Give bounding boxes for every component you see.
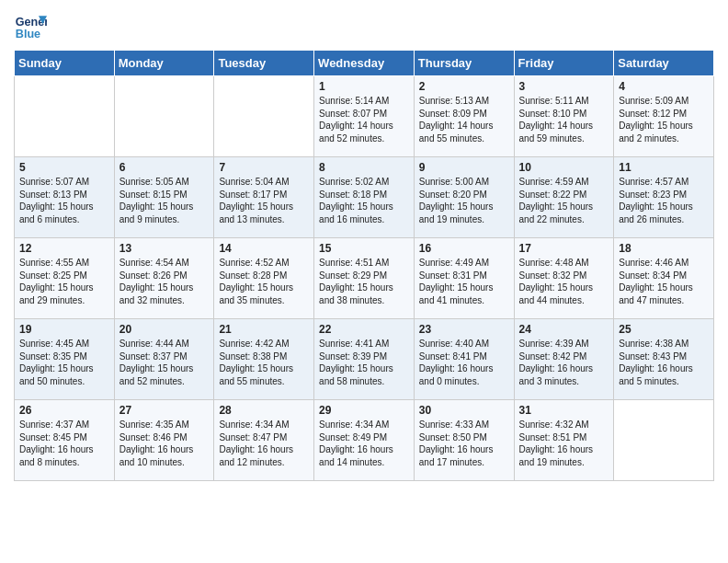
day-number: 19 <box>19 323 109 336</box>
week-row-2: 5Sunrise: 5:07 AM Sunset: 8:13 PM Daylig… <box>15 157 714 238</box>
calendar-cell-3-2: 13Sunrise: 4:54 AM Sunset: 8:26 PM Dayli… <box>114 238 214 319</box>
col-header-tuesday: Tuesday <box>214 51 314 76</box>
calendar-cell-5-3: 28Sunrise: 4:34 AM Sunset: 8:47 PM Dayli… <box>214 400 314 481</box>
day-number: 20 <box>119 323 210 336</box>
day-info: Sunrise: 4:46 AM Sunset: 8:34 PM Dayligh… <box>619 257 709 306</box>
day-number: 24 <box>519 323 609 336</box>
calendar-cell-3-5: 16Sunrise: 4:49 AM Sunset: 8:31 PM Dayli… <box>414 238 514 319</box>
calendar-cell-1-7: 4Sunrise: 5:09 AM Sunset: 8:12 PM Daylig… <box>614 76 714 157</box>
day-info: Sunrise: 4:42 AM Sunset: 8:38 PM Dayligh… <box>219 338 309 387</box>
day-number: 18 <box>619 242 709 255</box>
day-number: 28 <box>219 404 309 417</box>
day-number: 22 <box>319 323 409 336</box>
calendar-cell-5-6: 31Sunrise: 4:32 AM Sunset: 8:51 PM Dayli… <box>514 400 614 481</box>
day-info: Sunrise: 4:34 AM Sunset: 8:49 PM Dayligh… <box>319 419 409 468</box>
calendar-cell-1-2 <box>114 76 214 157</box>
page-header: General Blue <box>14 9 714 42</box>
calendar-cell-1-6: 3Sunrise: 5:11 AM Sunset: 8:10 PM Daylig… <box>514 76 614 157</box>
day-number: 11 <box>619 161 709 174</box>
calendar-cell-2-1: 5Sunrise: 5:07 AM Sunset: 8:13 PM Daylig… <box>15 157 115 238</box>
day-number: 17 <box>519 242 609 255</box>
day-info: Sunrise: 4:55 AM Sunset: 8:25 PM Dayligh… <box>19 257 109 306</box>
day-number: 6 <box>119 161 210 174</box>
day-number: 29 <box>319 404 409 417</box>
day-info: Sunrise: 4:57 AM Sunset: 8:23 PM Dayligh… <box>619 176 709 225</box>
calendar-cell-3-7: 18Sunrise: 4:46 AM Sunset: 8:34 PM Dayli… <box>614 238 714 319</box>
day-info: Sunrise: 5:02 AM Sunset: 8:18 PM Dayligh… <box>319 176 409 225</box>
day-number: 21 <box>219 323 309 336</box>
calendar-cell-2-3: 7Sunrise: 5:04 AM Sunset: 8:17 PM Daylig… <box>214 157 314 238</box>
day-number: 23 <box>419 323 509 336</box>
calendar-cell-4-6: 24Sunrise: 4:39 AM Sunset: 8:42 PM Dayli… <box>514 319 614 400</box>
calendar-cell-2-7: 11Sunrise: 4:57 AM Sunset: 8:23 PM Dayli… <box>614 157 714 238</box>
calendar-cell-3-6: 17Sunrise: 4:48 AM Sunset: 8:32 PM Dayli… <box>514 238 614 319</box>
calendar-cell-4-1: 19Sunrise: 4:45 AM Sunset: 8:35 PM Dayli… <box>15 319 115 400</box>
calendar-cell-4-3: 21Sunrise: 4:42 AM Sunset: 8:38 PM Dayli… <box>214 319 314 400</box>
week-row-4: 19Sunrise: 4:45 AM Sunset: 8:35 PM Dayli… <box>15 319 714 400</box>
day-info: Sunrise: 4:49 AM Sunset: 8:31 PM Dayligh… <box>419 257 509 306</box>
day-number: 27 <box>119 404 210 417</box>
day-info: Sunrise: 5:11 AM Sunset: 8:10 PM Dayligh… <box>519 95 609 144</box>
day-info: Sunrise: 4:35 AM Sunset: 8:46 PM Dayligh… <box>119 419 210 468</box>
day-number: 7 <box>219 161 309 174</box>
day-number: 2 <box>419 80 509 93</box>
calendar-cell-3-1: 12Sunrise: 4:55 AM Sunset: 8:25 PM Dayli… <box>15 238 115 319</box>
day-info: Sunrise: 5:07 AM Sunset: 8:13 PM Dayligh… <box>19 176 109 225</box>
calendar-cell-5-1: 26Sunrise: 4:37 AM Sunset: 8:45 PM Dayli… <box>15 400 115 481</box>
calendar-cell-1-5: 2Sunrise: 5:13 AM Sunset: 8:09 PM Daylig… <box>414 76 514 157</box>
calendar-cell-5-2: 27Sunrise: 4:35 AM Sunset: 8:46 PM Dayli… <box>114 400 214 481</box>
day-info: Sunrise: 5:05 AM Sunset: 8:15 PM Dayligh… <box>119 176 210 225</box>
day-info: Sunrise: 4:59 AM Sunset: 8:22 PM Dayligh… <box>519 176 609 225</box>
calendar-cell-1-1 <box>15 76 115 157</box>
calendar-cell-2-5: 9Sunrise: 5:00 AM Sunset: 8:20 PM Daylig… <box>414 157 514 238</box>
day-info: Sunrise: 4:45 AM Sunset: 8:35 PM Dayligh… <box>19 338 109 387</box>
calendar-cell-2-6: 10Sunrise: 4:59 AM Sunset: 8:22 PM Dayli… <box>514 157 614 238</box>
day-info: Sunrise: 4:44 AM Sunset: 8:37 PM Dayligh… <box>119 338 210 387</box>
logo: General Blue <box>14 9 47 42</box>
day-number: 3 <box>519 80 609 93</box>
day-info: Sunrise: 4:34 AM Sunset: 8:47 PM Dayligh… <box>219 419 309 468</box>
day-info: Sunrise: 4:33 AM Sunset: 8:50 PM Dayligh… <box>419 419 509 468</box>
calendar-cell-4-2: 20Sunrise: 4:44 AM Sunset: 8:37 PM Dayli… <box>114 319 214 400</box>
calendar-cell-4-4: 22Sunrise: 4:41 AM Sunset: 8:39 PM Dayli… <box>314 319 415 400</box>
day-number: 14 <box>219 242 309 255</box>
day-info: Sunrise: 5:04 AM Sunset: 8:17 PM Dayligh… <box>219 176 309 225</box>
calendar-cell-1-4: 1Sunrise: 5:14 AM Sunset: 8:07 PM Daylig… <box>314 76 415 157</box>
day-info: Sunrise: 5:09 AM Sunset: 8:12 PM Dayligh… <box>619 95 709 144</box>
day-info: Sunrise: 4:52 AM Sunset: 8:28 PM Dayligh… <box>219 257 309 306</box>
col-header-monday: Monday <box>114 51 214 76</box>
day-info: Sunrise: 4:32 AM Sunset: 8:51 PM Dayligh… <box>519 419 609 468</box>
col-header-thursday: Thursday <box>414 51 514 76</box>
calendar-cell-5-4: 29Sunrise: 4:34 AM Sunset: 8:49 PM Dayli… <box>314 400 415 481</box>
calendar-cell-2-4: 8Sunrise: 5:02 AM Sunset: 8:18 PM Daylig… <box>314 157 415 238</box>
calendar-cell-3-3: 14Sunrise: 4:52 AM Sunset: 8:28 PM Dayli… <box>214 238 314 319</box>
day-number: 26 <box>19 404 109 417</box>
day-number: 1 <box>319 80 409 93</box>
day-info: Sunrise: 4:38 AM Sunset: 8:43 PM Dayligh… <box>619 338 709 387</box>
col-header-sunday: Sunday <box>15 51 115 76</box>
day-number: 31 <box>519 404 609 417</box>
calendar-cell-4-7: 25Sunrise: 4:38 AM Sunset: 8:43 PM Dayli… <box>614 319 714 400</box>
calendar-cell-3-4: 15Sunrise: 4:51 AM Sunset: 8:29 PM Dayli… <box>314 238 415 319</box>
day-info: Sunrise: 4:54 AM Sunset: 8:26 PM Dayligh… <box>119 257 210 306</box>
day-info: Sunrise: 5:13 AM Sunset: 8:09 PM Dayligh… <box>419 95 509 144</box>
day-info: Sunrise: 4:51 AM Sunset: 8:29 PM Dayligh… <box>319 257 409 306</box>
week-row-5: 26Sunrise: 4:37 AM Sunset: 8:45 PM Dayli… <box>15 400 714 481</box>
day-info: Sunrise: 4:48 AM Sunset: 8:32 PM Dayligh… <box>519 257 609 306</box>
svg-text:Blue: Blue <box>16 28 40 40</box>
col-header-friday: Friday <box>514 51 614 76</box>
day-info: Sunrise: 4:39 AM Sunset: 8:42 PM Dayligh… <box>519 338 609 387</box>
day-number: 30 <box>419 404 509 417</box>
day-number: 4 <box>619 80 709 93</box>
calendar-cell-1-3 <box>214 76 314 157</box>
day-number: 8 <box>319 161 409 174</box>
calendar-table: SundayMondayTuesdayWednesdayThursdayFrid… <box>14 50 714 481</box>
day-info: Sunrise: 4:41 AM Sunset: 8:39 PM Dayligh… <box>319 338 409 387</box>
day-number: 10 <box>519 161 609 174</box>
logo-icon: General Blue <box>14 9 47 42</box>
calendar-cell-5-7 <box>614 400 714 481</box>
week-row-3: 12Sunrise: 4:55 AM Sunset: 8:25 PM Dayli… <box>15 238 714 319</box>
calendar-cell-2-2: 6Sunrise: 5:05 AM Sunset: 8:15 PM Daylig… <box>114 157 214 238</box>
day-info: Sunrise: 5:00 AM Sunset: 8:20 PM Dayligh… <box>419 176 509 225</box>
day-number: 15 <box>319 242 409 255</box>
